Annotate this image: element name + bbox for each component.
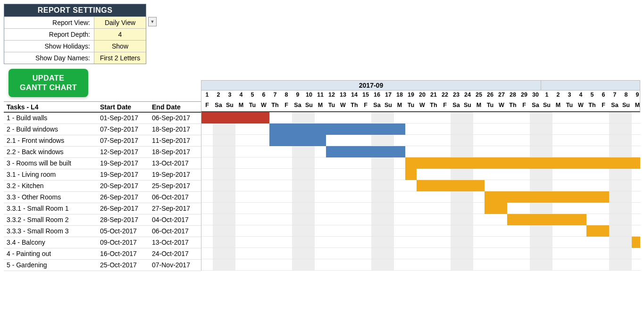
dayname-cell: Tu: [485, 101, 496, 111]
task-row[interactable]: 5 - Gardening25-Oct-201707-Nov-2017: [4, 260, 201, 271]
day-cell: [632, 259, 640, 271]
day-cell: [530, 146, 541, 157]
day-cell: [383, 157, 394, 169]
task-row[interactable]: 3.1 - Living room19-Sep-201719-Sep-2017: [4, 169, 201, 181]
settings-value[interactable]: Show: [94, 40, 146, 52]
day-cell: [269, 191, 281, 203]
day-cell: [349, 203, 360, 214]
task-start: 19-Sep-2017: [97, 158, 149, 169]
gantt-bar-segment: [428, 157, 439, 169]
gantt-bar-segment: [247, 112, 258, 124]
bar-row: [201, 180, 640, 191]
task-row[interactable]: 3 - Rooms will be built19-Sep-201713-Oct…: [4, 158, 201, 169]
dayname-cell: Tu: [247, 101, 258, 111]
day-cell: [326, 169, 337, 180]
day-cell: [519, 169, 530, 180]
day-cell: [575, 135, 586, 146]
task-row[interactable]: 3.3.2 - Small Room 228-Sep-201704-Oct-20…: [4, 214, 201, 226]
day-cell: [201, 225, 213, 237]
gantt-bar-segment: [473, 180, 485, 191]
day-cell: [541, 203, 552, 214]
gantt-bar-segment: [281, 124, 292, 135]
daynum-cell: 18: [394, 91, 405, 101]
task-row[interactable]: 3.4 - Balcony09-Oct-201713-Oct-2017: [4, 237, 201, 248]
month-cell: 2017-09: [201, 81, 541, 90]
task-row[interactable]: 3.2 - Kitchen20-Sep-201725-Sep-2017: [4, 181, 201, 192]
day-cell: [360, 191, 371, 203]
task-row[interactable]: 2.2 - Back windows12-Sep-201718-Sep-2017: [4, 147, 201, 158]
day-cell: [224, 225, 235, 237]
dayname-cell: Sa: [371, 101, 383, 111]
day-cell: [269, 180, 281, 191]
day-cell: [405, 237, 417, 248]
day-cell: [632, 135, 640, 146]
task-name: 1 - Build walls: [4, 113, 97, 124]
day-cell: [632, 191, 640, 203]
day-cell: [428, 214, 439, 225]
dayname-cell: Su: [541, 101, 552, 111]
day-cell: [598, 112, 609, 124]
day-cell: [609, 203, 620, 214]
day-cell: [519, 124, 530, 135]
settings-label: Show Day Names:: [4, 52, 94, 64]
day-cell: [269, 112, 281, 124]
daynum-cell: 16: [371, 91, 383, 101]
day-cell: [620, 124, 632, 135]
settings-label: Report View:: [4, 16, 94, 28]
task-name: 3.3 - Other Rooms: [4, 192, 97, 203]
day-cell: [462, 169, 473, 180]
day-cell: [337, 248, 349, 259]
bar-row: [201, 191, 640, 203]
dayname-cell: Su: [303, 101, 315, 111]
day-cell: [360, 248, 371, 259]
task-row[interactable]: 2 - Build windows07-Sep-201718-Sep-2017: [4, 124, 201, 135]
day-cell: [598, 237, 609, 248]
task-row[interactable]: 3.3.1 - Small Room 126-Sep-201727-Sep-20…: [4, 203, 201, 214]
day-cell: [541, 146, 552, 157]
gantt-bar-segment: [439, 180, 451, 191]
gantt-bar-segment: [632, 237, 640, 248]
gantt-bar-segment: [575, 214, 586, 225]
task-row[interactable]: 2.1 - Front windows07-Sep-201711-Sep-201…: [4, 135, 201, 147]
day-cell: [405, 124, 417, 135]
chevron-down-icon[interactable]: ▼: [148, 17, 157, 26]
day-cell: [247, 169, 258, 180]
day-cell: [303, 237, 315, 248]
gantt-bar-segment: [360, 124, 371, 135]
task-row[interactable]: 3.3.3 - Small Room 305-Oct-201706-Oct-20…: [4, 226, 201, 237]
daynum-cell: 6: [258, 91, 269, 101]
day-cell: [258, 169, 269, 180]
day-cell: [586, 237, 598, 248]
day-cell: [383, 225, 394, 237]
day-cell: [575, 180, 586, 191]
day-cell: [496, 146, 507, 157]
dayname-cell: Sa: [451, 101, 462, 111]
day-cell: [552, 225, 564, 237]
settings-value[interactable]: First 2 Letters: [94, 52, 146, 64]
day-cell: [258, 225, 269, 237]
day-cell: [485, 146, 496, 157]
day-cell: [371, 112, 383, 124]
day-cell: [303, 191, 315, 203]
day-cell: [371, 203, 383, 214]
day-cell: [428, 146, 439, 157]
day-cell: [462, 124, 473, 135]
day-cell: [201, 203, 213, 214]
settings-value[interactable]: 4: [94, 28, 146, 40]
daynum-cell: 1: [201, 91, 213, 101]
gantt-bar-segment: [394, 146, 405, 157]
day-cell: [620, 237, 632, 248]
day-cell: [417, 135, 428, 146]
gantt-bar-segment: [451, 180, 462, 191]
task-row[interactable]: 3.3 - Other Rooms26-Sep-201706-Oct-2017: [4, 192, 201, 203]
settings-value[interactable]: Daily View: [94, 16, 146, 28]
day-cell: [326, 135, 337, 146]
day-cell: [439, 248, 451, 259]
day-cell: [235, 259, 247, 271]
day-cell: [258, 203, 269, 214]
task-row[interactable]: 1 - Build walls01-Sep-201706-Sep-2017: [4, 113, 201, 124]
day-cell: [235, 203, 247, 214]
task-row[interactable]: 4 - Painting out16-Oct-201724-Oct-2017: [4, 248, 201, 260]
day-cell: [541, 259, 552, 271]
task-end: 25-Sep-2017: [149, 181, 201, 191]
